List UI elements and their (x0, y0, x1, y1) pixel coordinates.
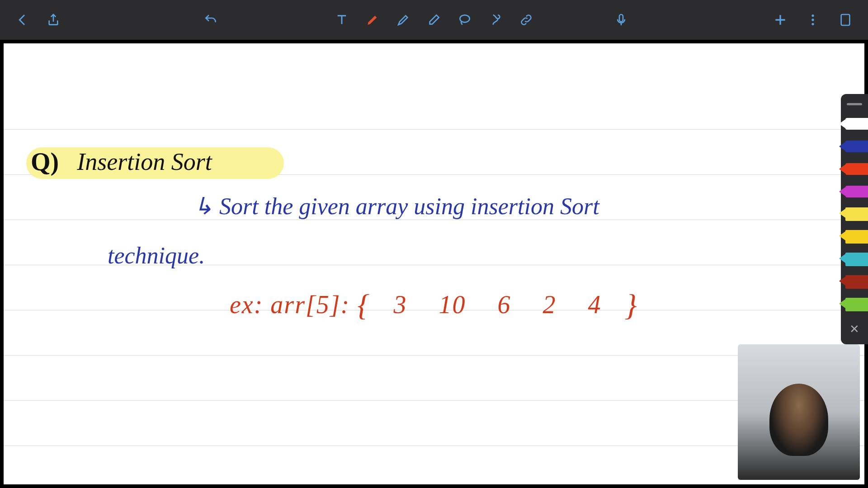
array-value: 10 (439, 290, 466, 319)
highlighter-pen[interactable] (841, 272, 868, 291)
highlighter-pen[interactable] (841, 205, 868, 224)
question-title: Q) Insertion Sort (31, 147, 212, 176)
description-line-2: technique. (108, 242, 205, 269)
array-value: 2 (542, 290, 556, 319)
shape-tool[interactable] (486, 11, 505, 29)
tool-group (333, 11, 535, 29)
add-icon (773, 13, 788, 27)
canvas-area[interactable]: Q) Insertion Sort ↳ Sort the given array… (0, 40, 868, 488)
svg-point-0 (460, 15, 469, 22)
array-value: 3 (393, 290, 407, 319)
pages-button[interactable] (836, 11, 854, 29)
note-paper[interactable]: Q) Insertion Sort ↳ Sort the given array… (4, 43, 864, 484)
question-label: Q) (31, 147, 59, 176)
example-line: ex: arr[5]: { 310624 } (230, 287, 638, 323)
array-value: 4 (588, 290, 601, 319)
ruled-line (4, 129, 864, 130)
pen-pen[interactable] (841, 160, 868, 178)
add-button[interactable] (771, 11, 789, 29)
svg-point-2 (811, 14, 814, 17)
share-icon (46, 13, 61, 27)
example-label: ex: arr[5]: (230, 291, 350, 319)
pages-icon (838, 13, 853, 27)
pen-pen[interactable] (841, 182, 868, 201)
back-button[interactable] (14, 11, 32, 29)
ruled-line (4, 400, 864, 401)
back-icon (15, 13, 30, 27)
svg-rect-5 (841, 14, 850, 25)
stylus-tool-icon (488, 13, 503, 27)
ruled-line (4, 220, 864, 220)
svg-rect-1 (619, 14, 623, 22)
pen-pen[interactable] (841, 137, 868, 156)
link-tool-icon (519, 13, 533, 27)
microphone-button[interactable] (612, 11, 630, 29)
eraser-tool[interactable] (425, 11, 443, 29)
pen-tool[interactable] (363, 11, 382, 29)
pen-palette[interactable]: ✕ (841, 94, 868, 344)
highlighter-tool[interactable] (394, 11, 412, 29)
pen-pen[interactable] (841, 114, 868, 133)
lasso-tool-icon (458, 13, 472, 27)
pen-tool-icon (365, 13, 380, 27)
close-palette-button[interactable]: ✕ (841, 322, 868, 336)
top-toolbar (0, 0, 868, 40)
brace-close: } (624, 288, 637, 322)
text-tool[interactable] (333, 11, 351, 29)
more-button[interactable] (804, 11, 822, 29)
highlighter-pen[interactable] (841, 250, 868, 269)
webcam-overlay (738, 344, 860, 480)
ruled-line (4, 446, 864, 446)
ruled-line (4, 355, 864, 356)
undo-button[interactable] (202, 11, 220, 29)
highlighter-pen[interactable] (841, 227, 868, 246)
lasso-tool[interactable] (456, 11, 474, 29)
svg-point-3 (811, 19, 814, 21)
more-icon (806, 13, 820, 27)
attachment-tool[interactable] (517, 11, 535, 29)
array-value: 6 (497, 290, 511, 319)
share-button[interactable] (44, 11, 62, 29)
brace-open: { (357, 288, 370, 322)
description-line-1: ↳ Sort the given array using insertion S… (193, 192, 599, 220)
eraser-tool-icon (427, 13, 441, 27)
undo-icon (203, 13, 218, 27)
highlighter-tool-icon (396, 13, 410, 27)
text-tool-icon (335, 13, 349, 27)
highlighter-pen[interactable] (841, 295, 868, 314)
panel-drag-handle[interactable] (847, 103, 862, 105)
title-text: Insertion Sort (77, 148, 212, 176)
microphone-icon (614, 13, 628, 27)
svg-point-4 (811, 23, 814, 25)
